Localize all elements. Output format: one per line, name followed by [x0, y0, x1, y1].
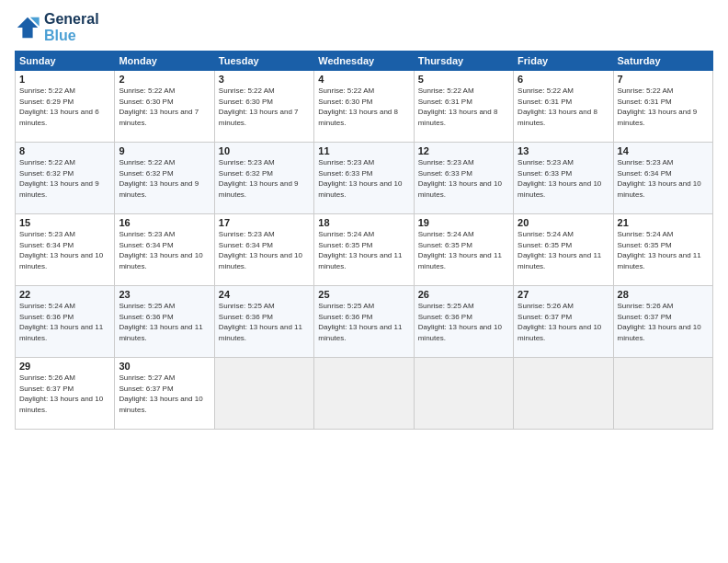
day-number: 24	[219, 289, 310, 300]
day-number: 10	[219, 145, 310, 156]
header-cell-monday: Monday	[115, 52, 214, 71]
day-number: 30	[119, 361, 210, 372]
day-info: Sunrise: 5:24 AMSunset: 6:35 PMDaylight:…	[518, 229, 609, 271]
day-info: Sunrise: 5:26 AMSunset: 6:37 PMDaylight:…	[518, 301, 609, 343]
day-cell: 11Sunrise: 5:23 AMSunset: 6:33 PMDayligh…	[314, 143, 414, 214]
day-number: 18	[318, 217, 409, 228]
day-cell: 3Sunrise: 5:22 AMSunset: 6:30 PMDaylight…	[214, 71, 313, 143]
day-cell: 24Sunrise: 5:25 AMSunset: 6:36 PMDayligh…	[214, 286, 313, 358]
day-cell: 1Sunrise: 5:22 AMSunset: 6:29 PMDaylight…	[16, 71, 115, 143]
day-number: 21	[618, 217, 709, 228]
day-info: Sunrise: 5:24 AMSunset: 6:35 PMDaylight:…	[418, 229, 509, 271]
day-cell: 30Sunrise: 5:27 AMSunset: 6:37 PMDayligh…	[115, 358, 214, 430]
day-cell: 26Sunrise: 5:25 AMSunset: 6:36 PMDayligh…	[414, 286, 513, 358]
day-number: 17	[219, 217, 310, 228]
day-cell: 25Sunrise: 5:25 AMSunset: 6:36 PMDayligh…	[314, 286, 414, 358]
day-number: 25	[318, 289, 409, 300]
day-info: Sunrise: 5:22 AMSunset: 6:31 PMDaylight:…	[418, 86, 509, 128]
day-info: Sunrise: 5:24 AMSunset: 6:36 PMDaylight:…	[19, 301, 110, 343]
day-cell	[514, 358, 613, 430]
day-cell: 10Sunrise: 5:23 AMSunset: 6:32 PMDayligh…	[214, 143, 313, 214]
day-cell: 13Sunrise: 5:23 AMSunset: 6:33 PMDayligh…	[514, 143, 613, 214]
day-info: Sunrise: 5:22 AMSunset: 6:32 PMDaylight:…	[19, 157, 110, 200]
day-info: Sunrise: 5:23 AMSunset: 6:34 PMDaylight:…	[618, 157, 709, 200]
day-info: Sunrise: 5:23 AMSunset: 6:34 PMDaylight:…	[19, 229, 110, 271]
day-number: 7	[618, 74, 709, 85]
day-cell: 15Sunrise: 5:23 AMSunset: 6:34 PMDayligh…	[16, 214, 115, 286]
day-number: 12	[418, 145, 509, 156]
logo-line1: General	[44, 11, 99, 28]
logo: General Blue	[15, 11, 99, 43]
day-info: Sunrise: 5:23 AMSunset: 6:34 PMDaylight:…	[119, 229, 210, 271]
day-cell: 12Sunrise: 5:23 AMSunset: 6:33 PMDayligh…	[414, 143, 513, 214]
week-row-3: 15Sunrise: 5:23 AMSunset: 6:34 PMDayligh…	[16, 214, 713, 286]
day-info: Sunrise: 5:25 AMSunset: 6:36 PMDaylight:…	[418, 301, 509, 343]
header-cell-wednesday: Wednesday	[314, 52, 414, 71]
header-cell-sunday: Sunday	[16, 52, 115, 71]
day-info: Sunrise: 5:24 AMSunset: 6:35 PMDaylight:…	[318, 229, 409, 271]
header-cell-friday: Friday	[514, 52, 613, 71]
day-cell	[214, 358, 313, 430]
day-number: 2	[119, 74, 210, 85]
day-cell: 22Sunrise: 5:24 AMSunset: 6:36 PMDayligh…	[16, 286, 115, 358]
header-cell-tuesday: Tuesday	[214, 52, 313, 71]
day-cell: 18Sunrise: 5:24 AMSunset: 6:35 PMDayligh…	[314, 214, 414, 286]
day-cell: 2Sunrise: 5:22 AMSunset: 6:30 PMDaylight…	[115, 71, 214, 143]
header-cell-saturday: Saturday	[613, 52, 712, 71]
day-cell: 16Sunrise: 5:23 AMSunset: 6:34 PMDayligh…	[115, 214, 214, 286]
day-number: 27	[518, 289, 609, 300]
day-cell: 20Sunrise: 5:24 AMSunset: 6:35 PMDayligh…	[514, 214, 613, 286]
day-number: 20	[518, 217, 609, 228]
day-cell: 19Sunrise: 5:24 AMSunset: 6:35 PMDayligh…	[414, 214, 513, 286]
day-number: 29	[19, 361, 110, 372]
day-info: Sunrise: 5:25 AMSunset: 6:36 PMDaylight:…	[219, 301, 310, 343]
header-cell-thursday: Thursday	[414, 52, 513, 71]
day-number: 28	[618, 289, 709, 300]
day-cell	[613, 358, 712, 430]
day-cell: 8Sunrise: 5:22 AMSunset: 6:32 PMDaylight…	[16, 143, 115, 214]
day-number: 15	[19, 217, 110, 228]
day-number: 11	[318, 145, 409, 156]
day-cell: 23Sunrise: 5:25 AMSunset: 6:36 PMDayligh…	[115, 286, 214, 358]
day-info: Sunrise: 5:22 AMSunset: 6:30 PMDaylight:…	[318, 86, 409, 128]
day-info: Sunrise: 5:25 AMSunset: 6:36 PMDaylight:…	[318, 301, 409, 343]
day-info: Sunrise: 5:22 AMSunset: 6:30 PMDaylight:…	[119, 86, 210, 128]
day-cell: 27Sunrise: 5:26 AMSunset: 6:37 PMDayligh…	[514, 286, 613, 358]
day-info: Sunrise: 5:22 AMSunset: 6:31 PMDaylight:…	[618, 86, 709, 128]
day-cell	[414, 358, 513, 430]
day-number: 13	[518, 145, 609, 156]
logo-line2: Blue	[44, 28, 99, 44]
day-info: Sunrise: 5:22 AMSunset: 6:32 PMDaylight:…	[119, 157, 210, 200]
day-number: 26	[418, 289, 509, 300]
day-cell: 5Sunrise: 5:22 AMSunset: 6:31 PMDaylight…	[414, 71, 513, 143]
day-number: 4	[318, 74, 409, 85]
day-info: Sunrise: 5:22 AMSunset: 6:31 PMDaylight:…	[518, 86, 609, 128]
week-row-2: 8Sunrise: 5:22 AMSunset: 6:32 PMDaylight…	[16, 143, 713, 214]
day-info: Sunrise: 5:26 AMSunset: 6:37 PMDaylight:…	[618, 301, 709, 343]
day-number: 1	[19, 74, 110, 85]
week-row-1: 1Sunrise: 5:22 AMSunset: 6:29 PMDaylight…	[16, 71, 713, 143]
day-info: Sunrise: 5:25 AMSunset: 6:36 PMDaylight:…	[119, 301, 210, 343]
day-info: Sunrise: 5:23 AMSunset: 6:32 PMDaylight:…	[219, 157, 310, 200]
day-cell	[314, 358, 414, 430]
header-row: SundayMondayTuesdayWednesdayThursdayFrid…	[16, 52, 713, 71]
day-number: 8	[19, 145, 110, 156]
day-info: Sunrise: 5:26 AMSunset: 6:37 PMDaylight:…	[19, 373, 110, 415]
day-info: Sunrise: 5:23 AMSunset: 6:33 PMDaylight:…	[318, 157, 409, 200]
day-number: 19	[418, 217, 509, 228]
day-cell: 17Sunrise: 5:23 AMSunset: 6:34 PMDayligh…	[214, 214, 313, 286]
day-cell: 21Sunrise: 5:24 AMSunset: 6:35 PMDayligh…	[613, 214, 712, 286]
day-number: 3	[219, 74, 310, 85]
day-cell: 29Sunrise: 5:26 AMSunset: 6:37 PMDayligh…	[16, 358, 115, 430]
day-info: Sunrise: 5:23 AMSunset: 6:33 PMDaylight:…	[418, 157, 509, 200]
day-cell: 7Sunrise: 5:22 AMSunset: 6:31 PMDaylight…	[613, 71, 712, 143]
day-cell: 6Sunrise: 5:22 AMSunset: 6:31 PMDaylight…	[514, 71, 613, 143]
day-info: Sunrise: 5:22 AMSunset: 6:29 PMDaylight:…	[19, 86, 110, 128]
day-number: 5	[418, 74, 509, 85]
day-info: Sunrise: 5:23 AMSunset: 6:34 PMDaylight:…	[219, 229, 310, 271]
day-number: 9	[119, 145, 210, 156]
day-number: 22	[19, 289, 110, 300]
day-number: 6	[518, 74, 609, 85]
day-info: Sunrise: 5:24 AMSunset: 6:35 PMDaylight:…	[618, 229, 709, 271]
day-cell: 28Sunrise: 5:26 AMSunset: 6:37 PMDayligh…	[613, 286, 712, 358]
